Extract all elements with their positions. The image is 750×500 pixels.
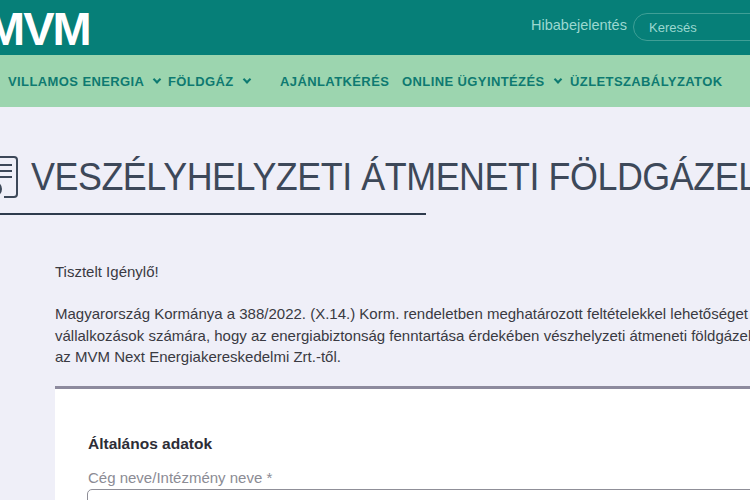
report-issue-link[interactable]: Hibabejelentés bbox=[531, 17, 627, 33]
application-form-card: Általános adatok Cég neve/Intézmény neve… bbox=[55, 386, 750, 500]
nav-item-villamos-energia[interactable]: VILLAMOS ENERGIA bbox=[8, 74, 160, 89]
nav-item-uzletszabalyzatok[interactable]: ÜZLETSZABÁLYZATOK bbox=[570, 74, 722, 89]
chevron-down-icon bbox=[153, 75, 161, 83]
top-bar: MVM Hibabejelentés Keresés bbox=[0, 0, 750, 55]
page-title: VESZÉLYHELYZETI ÁTMENETI FÖLDGÁZELLÁTÁS bbox=[31, 155, 750, 199]
intro-paragraph: Magyarország Kormánya a 388/2022. (X.14.… bbox=[55, 303, 750, 368]
main-nav: VILLAMOS ENERGIA FÖLDGÁZ AJÁNLATKÉRÉS ON… bbox=[0, 55, 750, 107]
intro-line: az MVM Next Energiakereskedelmi Zrt.-től… bbox=[55, 346, 750, 368]
nav-item-label: ÜZLETSZABÁLYZATOK bbox=[570, 74, 722, 89]
search-input[interactable]: Keresés bbox=[633, 13, 750, 41]
chevron-down-icon bbox=[242, 75, 250, 83]
intro-line: Magyarország Kormánya a 388/2022. (X.14.… bbox=[55, 303, 750, 325]
title-underline bbox=[0, 213, 426, 215]
page: MVM Hibabejelentés Keresés VILLAMOS ENER… bbox=[0, 0, 750, 500]
form-section-title: Általános adatok bbox=[88, 435, 212, 453]
company-name-label: Cég neve/Intézmény neve * bbox=[88, 469, 272, 486]
company-name-input[interactable] bbox=[87, 489, 750, 500]
nav-item-online-ugyintezes[interactable]: ONLINE ÜGYINTÉZÉS bbox=[402, 74, 561, 89]
search-label: Keresés bbox=[649, 20, 697, 35]
page-title-row: VESZÉLYHELYZETI ÁTMENETI FÖLDGÁZELLÁTÁS bbox=[0, 152, 750, 202]
document-check-icon bbox=[0, 152, 24, 202]
nav-item-label: ONLINE ÜGYINTÉZÉS bbox=[402, 74, 545, 89]
nav-item-foldgaz[interactable]: FÖLDGÁZ bbox=[168, 74, 250, 89]
nav-item-label: FÖLDGÁZ bbox=[168, 74, 234, 89]
greeting-text: Tisztelt Igénylő! bbox=[55, 263, 159, 280]
mvm-logo[interactable]: MVM bbox=[0, 1, 90, 56]
intro-line: vállalkozások számára, hogy az energiabi… bbox=[55, 325, 750, 347]
nav-item-label: VILLAMOS ENERGIA bbox=[8, 74, 144, 89]
nav-item-label: AJÁNLATKÉRÉS bbox=[280, 74, 389, 89]
chevron-down-icon bbox=[553, 75, 561, 83]
nav-item-ajanlatkeres[interactable]: AJÁNLATKÉRÉS bbox=[280, 74, 389, 89]
